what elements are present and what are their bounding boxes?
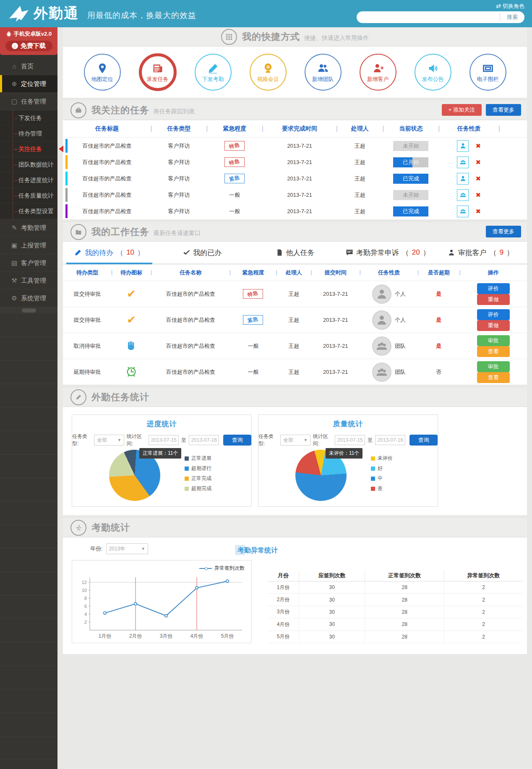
urgency-stamp: 特急 [243, 289, 263, 299]
sidebar-collapse-handle[interactable] [22, 308, 36, 313]
task-status-badge[interactable]: 已开始 [383, 157, 439, 167]
map-pin-icon [96, 63, 108, 74]
urgency-stamp: 紧急 [243, 315, 263, 325]
redo-button[interactable]: 重做 [477, 320, 510, 331]
shortcut-add-team[interactable]: 新增团队 [305, 54, 342, 91]
tab-my-todo[interactable]: 我的待办（10） [63, 242, 156, 263]
tab-approve-customers[interactable]: 审批客户（9） [434, 242, 527, 263]
submenu-item-team-stats[interactable]: 团队数据统计 [0, 157, 57, 172]
count-cell: 28 [365, 581, 444, 594]
year-select[interactable]: 2013年▼ [106, 543, 148, 554]
remove-follow-button[interactable]: ✖ [475, 159, 481, 166]
task-due-date: 2013-7-21 [263, 208, 337, 214]
followed-task-row: 百佳超市的产品检查客户拜访特急2013-7-21王超已开始✖ [63, 154, 527, 170]
sidebar-item-tasks[interactable]: ▢任务管理 [0, 93, 57, 110]
shortcut-announcement[interactable]: 发布公告 [415, 54, 451, 91]
attendance-row: 4月份30282 [268, 618, 523, 631]
shortcut-video-meeting[interactable]: 视频会议 [250, 54, 287, 91]
svg-text:8: 8 [84, 596, 87, 601]
evaluate-button[interactable]: 评价 [477, 309, 510, 320]
task-status-badge[interactable]: 未开始 [383, 141, 439, 151]
submenu-item-dispatch[interactable]: 下发任务 [0, 110, 57, 126]
submenu-item-type-settings[interactable]: 任务类型设置 [0, 203, 57, 219]
sidebar-item-report[interactable]: ▣上报管理 [0, 237, 57, 254]
task-status-badge[interactable]: 已完成 [383, 206, 439, 216]
work-see-more-button[interactable]: 查看更多 [486, 226, 521, 237]
task-type-select[interactable]: 全部▼ [280, 435, 310, 446]
query-button[interactable]: 查询 [223, 435, 251, 446]
overdue-flag: 是 [418, 342, 460, 350]
shortcut-dispatch-task[interactable]: 派发任务 [139, 53, 177, 91]
submenu-item-followed[interactable]: 关注任务 [0, 141, 57, 157]
runner-icon [70, 520, 86, 536]
date-to-input[interactable]: 2013-07-16 [189, 435, 219, 445]
followed-see-more-button[interactable]: 查看更多 [486, 104, 521, 116]
check-icon: ✔ [127, 287, 136, 300]
approve-button[interactable]: 审批 [477, 335, 510, 346]
tab-others-tasks[interactable]: 他人任务（） [248, 242, 341, 263]
task-type: 客户拜访 [151, 175, 207, 182]
evaluate-button[interactable]: 评价 [477, 283, 510, 294]
check-icon: ✔ [127, 313, 136, 326]
date-from-input[interactable]: 2013-07-15 [149, 435, 179, 445]
shortcut-issue-attendance[interactable]: 下发考勤 [195, 54, 232, 91]
task-status-badge[interactable]: 已完成 [383, 174, 439, 184]
task-status-badge[interactable]: 未开始 [383, 190, 439, 200]
submit-time: 2013-7-21 [311, 343, 360, 349]
shortcut-geofence[interactable]: 电子围栏 [469, 54, 506, 91]
sidebar-item-home[interactable]: ⌂首页 [0, 57, 57, 75]
view-button[interactable]: 查看 [477, 346, 510, 357]
task-title: 百佳超市的产品检查 [63, 159, 151, 166]
task-handler: 王超 [337, 208, 383, 215]
svg-text:2: 2 [84, 620, 87, 625]
urgency-stamp: 特急 [224, 157, 245, 167]
urgency-stamp: 紧急 [224, 174, 245, 183]
task-due-date: 2013-7-21 [263, 143, 337, 149]
pencil-icon [74, 249, 82, 256]
remove-follow-button[interactable]: ✖ [475, 175, 481, 182]
submenu-item-progress-stats[interactable]: 任务进度统计 [0, 172, 57, 188]
submenu-item-todo[interactable]: 待办管理 [0, 126, 57, 141]
remove-follow-button[interactable]: ✖ [475, 142, 481, 149]
query-button[interactable]: 查询 [409, 435, 438, 446]
attendance-row: 2月份30282 [268, 594, 523, 606]
sidebar-item-location[interactable]: ⊕定位管理 [0, 75, 57, 93]
redo-button[interactable]: 重做 [477, 294, 510, 305]
sidebar-item-tools[interactable]: ⚒工具管理 [0, 272, 57, 289]
add-follow-button[interactable]: + 添加关注 [442, 104, 482, 116]
urgency-text: 一般 [229, 208, 240, 214]
person-plus-icon [372, 63, 384, 74]
todo-icon-cell: ✔ [112, 313, 151, 326]
task-handler: 王超 [337, 159, 383, 166]
search-button[interactable]: 搜索 [500, 13, 524, 21]
date-to-input[interactable]: 2013-07-16 [375, 435, 405, 445]
task-type: 客户拜访 [151, 159, 207, 166]
top-bar: 外勤通 用最低的成本，换最大的效益 ⇄切换角色 搜索 [0, 0, 532, 27]
tab-attendance-appeal[interactable]: 考勤异常申诉（20） [342, 242, 434, 263]
approve-button[interactable]: 审批 [477, 361, 510, 372]
sidebar-item-attendance[interactable]: ✎考勤管理 [0, 219, 57, 237]
shortcut-map-locate[interactable]: 地图定位 [84, 54, 121, 91]
attendance-table: 月份应签到次数正常签到次数异常签到次数 1月份302822月份302823月份3… [268, 570, 523, 643]
anomaly-line-chart: 异常签到次数 246810121月份2月份3月份4月份5月份 [72, 560, 252, 643]
followed-title: 我关注的任务 [91, 104, 149, 117]
remove-follow-button[interactable]: ✖ [475, 191, 481, 198]
promo-text: 手机安卓版v2.0 [14, 30, 52, 38]
tab-my-done[interactable]: 我的已办（） [156, 242, 248, 263]
view-button[interactable]: 查看 [477, 372, 510, 383]
column-header: 紧急程度 [207, 125, 263, 133]
free-download-button[interactable]: ↓ 免费下载 [5, 41, 52, 51]
remove-follow-button[interactable]: ✖ [475, 208, 481, 215]
task-type: 客户拜访 [151, 142, 207, 150]
search-input[interactable] [362, 12, 500, 22]
task-type-select[interactable]: 全部▼ [94, 435, 124, 446]
task-stats-section: 外勤任务统计 进度统计 任务类型: 全部▼ 统计区间: 2013-07-15 至… [63, 388, 527, 515]
newspaper-icon [152, 63, 164, 74]
date-from-input[interactable]: 2013-07-15 [335, 435, 365, 445]
switch-role-button[interactable]: ⇄切换角色 [496, 3, 524, 10]
sidebar-item-system[interactable]: ⚙系统管理 [0, 289, 57, 307]
shortcut-add-customer[interactable]: 新增客户 [360, 54, 396, 91]
sidebar-item-customers[interactable]: ▤客户管理 [0, 254, 57, 272]
submenu-item-quality-stats[interactable]: 任务质量统计 [0, 188, 57, 203]
attendance-icon: ✎ [10, 219, 18, 236]
